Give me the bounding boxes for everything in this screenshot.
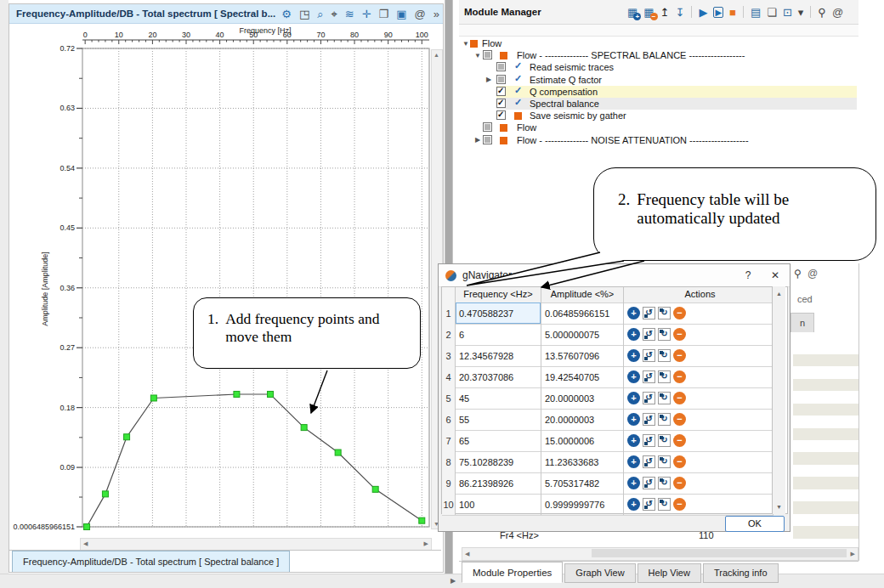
module-checkbox[interactable] [483,122,492,132]
collapse-icon[interactable]: ▼ [462,40,470,48]
module-checkbox[interactable]: ✓ [496,110,506,120]
frequency-table-row[interactable]: 101000.9999999776+↺↻− [442,494,774,516]
tab-module-properties[interactable]: Module Properties [462,562,563,583]
properties-horizontal-scrollbar[interactable]: ◀ ▶ [462,547,858,561]
export-view-icon[interactable]: ◳ [299,8,309,20]
dialog-help-button[interactable]: ? [740,268,756,283]
log-icon[interactable]: ▤ [751,6,761,19]
amplitude-cell[interactable]: 5.705317482 [541,472,624,494]
scroll-up-icon[interactable]: ▲ [773,291,785,297]
copy-row-down-icon[interactable]: ↻ [658,349,671,362]
frequency-table-row[interactable]: 65520.0000003+↺↻− [442,409,774,431]
frequency-table-row[interactable]: 10.4705882370.06485966151+↺↻− [442,302,774,325]
collapse-icon[interactable]: ▼ [473,52,482,59]
add-row-icon[interactable]: + [627,307,640,319]
partial-tab[interactable]: n [790,313,814,332]
copy-row-down-icon[interactable]: ↻ [658,498,671,511]
ok-button[interactable]: OK [725,516,785,532]
amplitude-cell[interactable]: 5.000000075 [541,324,624,345]
delete-row-icon[interactable]: − [673,413,686,426]
frequency-cell[interactable]: 100 [456,494,541,515]
tab-graph-view[interactable]: Graph View [564,563,635,583]
frequency-cell[interactable]: 45 [456,387,541,409]
copy-row-down-icon[interactable]: ↻ [658,370,671,383]
add-row-icon[interactable]: + [627,477,640,489]
frequency-cell[interactable]: 86.21398926 [456,472,541,494]
copy-row-up-icon[interactable]: ↺ [643,413,655,426]
add-row-icon[interactable]: + [627,413,640,426]
scroll-left-icon[interactable]: ◀ [83,540,88,547]
tree-row[interactable]: ✓Read seismic traces [459,61,858,73]
module-checkbox[interactable]: ✓ [496,87,506,96]
frequency-cell[interactable]: 75.10288239 [456,451,541,472]
add-row-icon[interactable]: + [627,392,640,404]
frequency-cell[interactable]: 55 [456,409,541,430]
frequency-table-row[interactable]: 265.000000075+↺↻− [442,324,774,346]
chart-horizontal-scrollbar[interactable]: ◀ ▶ [80,538,432,551]
scroll-right-icon[interactable]: ▶ [851,551,855,557]
frequency-table-row[interactable]: 420.3703708619.42540705+↺↻− [442,366,774,388]
frequency-cell[interactable]: 12.34567928 [456,345,541,366]
expand-icon[interactable]: ▶ [473,136,482,144]
scroll-right-icon[interactable]: ▶ [424,540,428,547]
dialog-scrollbar[interactable]: ▲ ▼ [772,286,785,514]
zoom-extent-icon[interactable]: @ [415,8,426,20]
tree-row[interactable]: ▶Flow - -------------- NOISE ATTENUATION… [459,134,858,146]
copy-row-down-icon[interactable]: ↻ [658,413,671,426]
frequency-cell[interactable]: 6 [456,324,541,345]
run-icon[interactable]: ▶ [699,6,707,19]
copy-row-up-icon[interactable]: ↺ [643,307,655,319]
layers-icon[interactable]: ≋ [345,8,354,20]
copy-row-down-icon[interactable]: ↻ [658,328,671,341]
expand-icon[interactable]: ▶ [484,76,493,83]
dialog-close-button[interactable]: ✕ [768,268,783,283]
clipboard-icon[interactable]: ❏ [767,6,777,19]
scroll-up-icon[interactable]: ▲ [433,52,440,58]
mouse-select-icon[interactable]: ⌖ [331,8,337,20]
pin-icon[interactable]: ⚲ [794,268,802,280]
copy-row-up-icon[interactable]: ↺ [643,370,655,383]
copy-row-up-icon[interactable]: ↺ [643,328,655,341]
move-down-icon[interactable]: ↧ [676,6,685,19]
delete-row-icon[interactable]: − [673,498,686,511]
amplitude-cell[interactable]: 20.0000003 [541,409,624,430]
add-row-icon[interactable]: + [627,328,640,341]
amplitude-cell[interactable]: 15.0000006 [541,430,624,451]
move-up-icon[interactable]: ↥ [660,6,670,19]
stop-icon[interactable]: ■ [729,6,736,19]
dropdown-caret-icon[interactable]: ▾ [798,6,804,19]
copy-row-down-icon[interactable]: ↻ [658,392,671,404]
tree-row[interactable]: Flow [459,122,858,133]
column-header-frequency[interactable]: Frequency <Hz> [456,287,541,302]
at-icon[interactable]: @ [832,6,843,19]
delete-row-icon[interactable]: − [673,349,686,362]
zoom-icon[interactable]: ⌕ [317,8,323,20]
run-flow-icon[interactable]: ▶ [713,7,723,18]
tree-row[interactable]: ▼Flow [459,37,858,49]
crosshair-icon[interactable]: ✛ [362,8,371,20]
window-icon[interactable]: ⊡ [783,6,792,19]
delete-row-icon[interactable]: − [673,455,686,468]
column-header-amplitude[interactable]: Amplitude <%> [541,287,624,302]
copy-row-up-icon[interactable]: ↺ [643,349,655,362]
pin-icon[interactable]: ⚲ [818,6,826,19]
frequency-table-row[interactable]: 54520.0000003+↺↻− [442,387,774,410]
copy-row-up-icon[interactable]: ↺ [643,455,655,468]
add-row-icon[interactable]: + [627,498,640,511]
frequency-table-row[interactable]: 986.213989265.705317482+↺↻− [442,472,774,495]
copy-row-up-icon[interactable]: ↺ [643,434,655,447]
chart-bottom-tab[interactable]: Frequency-Amplitude/DB - Total spectrum … [12,551,290,572]
frequency-cell[interactable]: 65 [456,430,541,451]
module-checkbox[interactable] [483,135,492,144]
add-row-icon[interactable]: + [627,455,640,468]
copy-row-up-icon[interactable]: ↺ [643,392,655,404]
outer-scroll-right-icon[interactable]: ▶ [450,577,456,585]
frequency-cell[interactable]: 20.37037086 [456,366,541,387]
module-checkbox[interactable] [496,62,506,71]
add-row-icon[interactable]: + [627,370,640,383]
add-row-icon[interactable]: + [627,349,640,362]
copy-row-down-icon[interactable]: ↻ [658,307,671,319]
tree-row[interactable]: ✓✓Spectral balance [459,98,858,110]
tree-row[interactable]: ✓✓Q compensation [459,86,858,98]
delete-row-icon[interactable]: − [673,328,686,341]
